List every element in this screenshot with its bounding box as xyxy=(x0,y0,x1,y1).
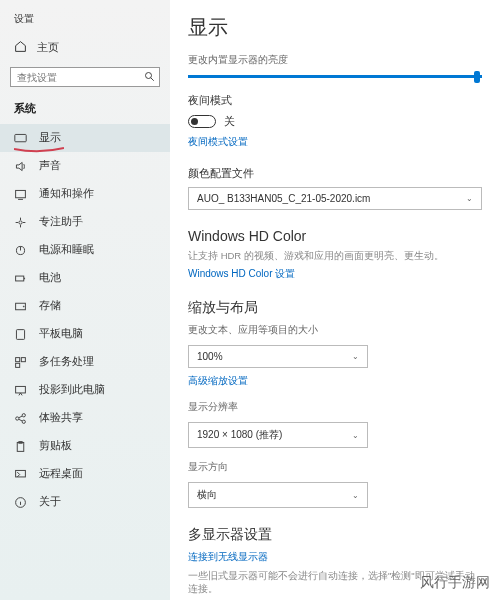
nav-label: 声音 xyxy=(39,159,61,173)
slider-thumb[interactable] xyxy=(474,71,480,83)
scale-select[interactable]: 100% ⌄ xyxy=(188,345,368,368)
nightlight-state: 关 xyxy=(224,114,235,129)
shared-icon xyxy=(14,412,27,425)
svg-rect-12 xyxy=(16,386,26,393)
svg-point-7 xyxy=(23,306,24,307)
search-field[interactable] xyxy=(17,72,144,83)
svg-point-0 xyxy=(146,73,152,79)
nav-label: 体验共享 xyxy=(39,411,83,425)
home-button[interactable]: 主页 xyxy=(0,34,170,61)
clipboard-icon xyxy=(14,440,27,453)
sidebar-item-power[interactable]: 电源和睡眠 xyxy=(0,236,170,264)
nightlight-title: 夜间模式 xyxy=(188,94,482,108)
hd-color-link[interactable]: Windows HD Color 设置 xyxy=(188,267,482,281)
color-profile-select[interactable]: AUO_ B133HAN05_C_21-05-2020.icm ⌄ xyxy=(188,187,482,210)
nav-label: 关于 xyxy=(39,495,61,509)
tablet-icon xyxy=(14,328,27,341)
projecting-icon xyxy=(14,384,27,397)
search-icon xyxy=(144,71,156,83)
svg-point-13 xyxy=(16,416,19,419)
nav-label: 显示 xyxy=(39,131,61,145)
search-input[interactable] xyxy=(10,67,160,87)
nav-label: 通知和操作 xyxy=(39,187,94,201)
chevron-down-icon: ⌄ xyxy=(352,352,359,361)
home-icon xyxy=(14,40,27,55)
sidebar-item-battery[interactable]: 电池 xyxy=(0,264,170,292)
scale-section: 缩放与布局 更改文本、应用等项目的大小 100% ⌄ 高级缩放设置 显示分辨率 … xyxy=(188,299,482,508)
sidebar-item-sound[interactable]: 声音 xyxy=(0,152,170,180)
battery-icon xyxy=(14,272,27,285)
chevron-down-icon: ⌄ xyxy=(352,431,359,440)
nightlight-toggle[interactable] xyxy=(188,115,216,128)
sidebar-item-focus[interactable]: 专注助手 xyxy=(0,208,170,236)
color-profile-section: 颜色配置文件 AUO_ B133HAN05_C_21-05-2020.icm ⌄ xyxy=(188,167,482,210)
scale-title: 缩放与布局 xyxy=(188,299,482,317)
sidebar-item-clipboard[interactable]: 剪贴板 xyxy=(0,432,170,460)
svg-rect-2 xyxy=(16,190,26,197)
color-profile-title: 颜色配置文件 xyxy=(188,167,482,181)
orientation-select[interactable]: 横向 ⌄ xyxy=(188,482,368,508)
svg-point-3 xyxy=(19,220,22,223)
advanced-scale-link[interactable]: 高级缩放设置 xyxy=(188,374,482,388)
nav-label: 远程桌面 xyxy=(39,467,83,481)
sidebar-item-display[interactable]: 显示 xyxy=(0,124,170,152)
svg-rect-16 xyxy=(17,442,24,451)
nav-label: 专注助手 xyxy=(39,215,83,229)
chevron-down-icon: ⌄ xyxy=(466,194,473,203)
chevron-down-icon: ⌄ xyxy=(352,491,359,500)
sidebar-item-tablet[interactable]: 平板电脑 xyxy=(0,320,170,348)
nightlight-section: 夜间模式 关 夜间模式设置 xyxy=(188,94,482,149)
svg-point-15 xyxy=(22,420,25,423)
remote-icon xyxy=(14,468,27,481)
notifications-icon xyxy=(14,188,27,201)
storage-icon xyxy=(14,300,27,313)
multi-display-title: 多显示器设置 xyxy=(188,526,482,544)
svg-rect-5 xyxy=(16,276,24,281)
hd-color-desc: 让支持 HDR 的视频、游戏和应用的画面更明亮、更生动。 xyxy=(188,250,482,263)
text-size-label: 更改文本、应用等项目的大小 xyxy=(188,323,482,337)
sidebar-item-storage[interactable]: 存储 xyxy=(0,292,170,320)
sidebar-item-about[interactable]: 关于 xyxy=(0,488,170,516)
hd-color-section: Windows HD Color 让支持 HDR 的视频、游戏和应用的画面更明亮… xyxy=(188,228,482,281)
display-icon xyxy=(14,132,27,145)
color-profile-value: AUO_ B133HAN05_C_21-05-2020.icm xyxy=(197,193,370,204)
sidebar-section-label: 系统 xyxy=(0,93,170,124)
main-content: 显示 更改内置显示器的亮度 夜间模式 关 夜间模式设置 颜色配置文件 AUO_ … xyxy=(170,0,500,600)
app-title: 设置 xyxy=(0,8,170,34)
page-title: 显示 xyxy=(188,14,482,41)
sidebar-item-multitask[interactable]: 多任务处理 xyxy=(0,348,170,376)
svg-rect-11 xyxy=(16,363,20,367)
wireless-display-link[interactable]: 连接到无线显示器 xyxy=(188,550,482,564)
multitask-icon xyxy=(14,356,27,369)
nav-label: 多任务处理 xyxy=(39,355,94,369)
about-icon xyxy=(14,496,27,509)
sidebar-item-notifications[interactable]: 通知和操作 xyxy=(0,180,170,208)
hd-color-title: Windows HD Color xyxy=(188,228,482,244)
resolution-value: 1920 × 1080 (推荐) xyxy=(197,428,282,442)
svg-rect-8 xyxy=(16,329,24,339)
nav-label: 投影到此电脑 xyxy=(39,383,105,397)
nightlight-settings-link[interactable]: 夜间模式设置 xyxy=(188,135,482,149)
home-label: 主页 xyxy=(37,40,59,55)
sidebar-item-shared[interactable]: 体验共享 xyxy=(0,404,170,432)
resolution-select[interactable]: 1920 × 1080 (推荐) ⌄ xyxy=(188,422,368,448)
svg-rect-18 xyxy=(16,470,26,477)
nav-label: 电源和睡眠 xyxy=(39,243,94,257)
resolution-label: 显示分辨率 xyxy=(188,400,482,414)
sidebar: 设置 主页 系统 显示 声音 通知和操作 专注助手 电源和睡眠 xyxy=(0,0,170,600)
orientation-value: 横向 xyxy=(197,488,217,502)
sidebar-item-projecting[interactable]: 投影到此电脑 xyxy=(0,376,170,404)
sidebar-item-remote[interactable]: 远程桌面 xyxy=(0,460,170,488)
svg-point-14 xyxy=(22,413,25,416)
focus-icon xyxy=(14,216,27,229)
orientation-label: 显示方向 xyxy=(188,460,482,474)
watermark: 风行手游网 xyxy=(420,574,490,592)
nav-label: 剪贴板 xyxy=(39,439,72,453)
svg-rect-1 xyxy=(15,134,26,141)
svg-rect-9 xyxy=(16,357,20,361)
brightness-slider[interactable] xyxy=(188,75,482,78)
nav-label: 存储 xyxy=(39,299,61,313)
brightness-label: 更改内置显示器的亮度 xyxy=(188,53,482,67)
sound-icon xyxy=(14,160,27,173)
power-icon xyxy=(14,244,27,257)
